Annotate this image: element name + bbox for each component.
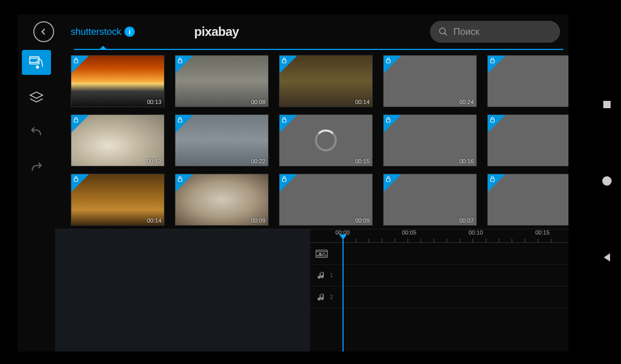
- ruler-mark: 00:05: [402, 229, 416, 236]
- svg-rect-11: [74, 119, 78, 122]
- clip-item[interactable]: 00:08: [175, 55, 269, 107]
- lock-icon: [385, 57, 391, 65]
- svg-rect-9: [387, 60, 390, 63]
- track-number: 1: [330, 272, 333, 278]
- nav-recent-icon[interactable]: [602, 99, 612, 112]
- back-button[interactable]: [33, 21, 54, 42]
- ruler-tick: [447, 239, 447, 243]
- info-icon[interactable]: i: [124, 27, 135, 37]
- clip-item[interactable]: [487, 55, 568, 107]
- ruler-tick: [434, 239, 434, 243]
- clip-item[interactable]: 00:13: [71, 55, 164, 107]
- video-track-icon: [315, 248, 328, 260]
- lock-icon: [281, 116, 287, 124]
- clip-item[interactable]: 00:07: [383, 174, 477, 226]
- source-tabs: shutterstock i pixabay: [64, 15, 239, 49]
- ruler-tick: [395, 239, 395, 243]
- tab-label: shutterstock: [71, 27, 121, 37]
- svg-rect-6: [74, 60, 78, 63]
- sidebar-item-undo[interactable]: [22, 121, 51, 146]
- ruler-tick: [460, 239, 460, 243]
- ruler-tick: [473, 239, 473, 243]
- clip-item[interactable]: 00:14: [71, 174, 164, 226]
- clip-duration: 00:12: [147, 158, 161, 164]
- clip-item[interactable]: 00:22: [175, 114, 269, 166]
- ruler-tick: [512, 239, 512, 243]
- ruler-mark: 00:10: [468, 229, 483, 236]
- lock-icon: [73, 176, 79, 184]
- sidebar-item-media[interactable]: [22, 50, 51, 75]
- sidebar-item-redo[interactable]: [22, 156, 51, 181]
- nav-home-icon[interactable]: [601, 175, 613, 189]
- ruler-tick: [408, 239, 408, 243]
- track-audio[interactable]: 2: [310, 287, 568, 308]
- loading-spinner: [315, 129, 337, 151]
- svg-rect-25: [603, 101, 611, 108]
- track-audio[interactable]: 1: [310, 265, 568, 287]
- ruler-mark: 00:15: [535, 229, 550, 236]
- clip-grid: 00:13 00:08 00:14 00:24 00:12: [71, 55, 563, 226]
- svg-rect-18: [283, 178, 286, 181]
- ruler-tick: [356, 239, 356, 243]
- clip-duration: 00:16: [459, 158, 474, 164]
- playhead[interactable]: [343, 239, 344, 352]
- svg-rect-16: [74, 178, 78, 181]
- clip-duration: 00:07: [459, 217, 474, 224]
- layers-icon: [28, 89, 45, 106]
- lock-icon: [73, 116, 79, 124]
- ruler-tick: [525, 239, 525, 243]
- tab-label: pixabay: [194, 24, 239, 38]
- clip-item[interactable]: 00:09: [175, 174, 269, 226]
- svg-rect-17: [179, 178, 182, 181]
- clip-item[interactable]: [487, 114, 568, 166]
- clip-grid-wrap: 00:13 00:08 00:14 00:24 00:12: [55, 50, 568, 229]
- lock-icon: [385, 116, 391, 124]
- clip-item[interactable]: [487, 174, 568, 226]
- header: shutterstock i pixabay: [18, 15, 568, 49]
- timeline-bins: [55, 229, 310, 352]
- clip-duration: 00:09: [251, 217, 265, 224]
- clip-duration: 00:14: [355, 99, 370, 105]
- svg-rect-19: [387, 178, 390, 181]
- content: 00:13 00:08 00:14 00:24 00:12: [18, 50, 568, 352]
- svg-point-5: [36, 66, 39, 69]
- svg-line-1: [445, 33, 447, 35]
- clip-duration: 00:14: [147, 217, 161, 224]
- media-library-icon: [28, 54, 45, 71]
- lock-icon: [489, 116, 496, 124]
- app-frame: shutterstock i pixabay: [18, 15, 568, 352]
- lock-icon: [177, 57, 183, 65]
- timeline-tracks-area[interactable]: 00:0000:0500:1000:15 12: [310, 229, 568, 352]
- svg-point-26: [602, 176, 612, 186]
- ruler-tick: [486, 239, 486, 243]
- svg-rect-14: [387, 119, 390, 122]
- system-nav: [596, 0, 618, 364]
- clip-duration: 00:13: [147, 99, 161, 105]
- clip-item[interactable]: 00:24: [383, 55, 477, 107]
- lock-icon: [73, 57, 79, 65]
- clip-item[interactable]: 00:15: [279, 114, 373, 166]
- sidebar-item-layers[interactable]: [22, 85, 51, 110]
- search-input[interactable]: [453, 27, 552, 37]
- clip-item[interactable]: 00:16: [383, 114, 477, 166]
- ruler-tick: [382, 239, 382, 243]
- svg-rect-21: [316, 250, 327, 257]
- track-video[interactable]: [310, 243, 568, 265]
- main-panel: 00:13 00:08 00:14 00:24 00:12: [55, 50, 568, 352]
- clip-item[interactable]: 00:14: [279, 55, 373, 107]
- search-icon: [438, 26, 448, 37]
- tab-shutterstock[interactable]: shutterstock i: [64, 15, 142, 49]
- timeline: 00:0000:0500:1000:15 12: [55, 229, 568, 352]
- nav-back-icon[interactable]: [602, 252, 612, 265]
- ruler-tick: [421, 239, 421, 243]
- lock-icon: [177, 116, 183, 124]
- clip-item[interactable]: 00:12: [71, 114, 164, 166]
- tab-pixabay[interactable]: pixabay: [194, 24, 239, 39]
- clip-item[interactable]: 00:09: [279, 174, 373, 226]
- lock-icon: [281, 57, 287, 65]
- lock-icon: [177, 176, 183, 184]
- search-box[interactable]: [430, 21, 560, 43]
- track-number: 2: [330, 294, 333, 300]
- lock-icon: [489, 176, 496, 184]
- timeline-ruler[interactable]: 00:0000:0500:1000:15: [310, 229, 568, 243]
